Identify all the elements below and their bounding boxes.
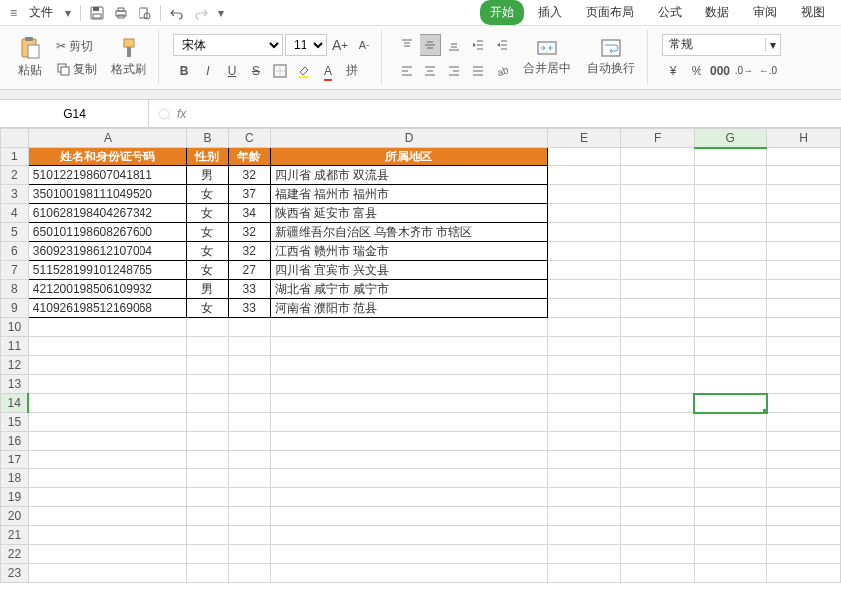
cell-F20[interactable] <box>621 507 695 526</box>
cell-A7[interactable]: 511528199101248765 <box>28 261 186 280</box>
cell-E1[interactable] <box>547 148 621 166</box>
cell-H21[interactable] <box>767 526 841 545</box>
formula-input[interactable] <box>192 106 833 121</box>
cell-H13[interactable] <box>767 375 841 394</box>
cell-C12[interactable] <box>228 356 270 375</box>
cell-A4[interactable]: 610628198404267342 <box>28 204 186 223</box>
cell-D14[interactable] <box>270 394 547 413</box>
cell-C4[interactable]: 34 <box>228 204 270 223</box>
cell-F6[interactable] <box>621 242 695 261</box>
row-header-18[interactable]: 18 <box>1 469 29 488</box>
row-header-3[interactable]: 3 <box>1 185 29 204</box>
cell-E19[interactable] <box>547 488 621 507</box>
cell-G20[interactable] <box>694 507 767 526</box>
align-center-icon[interactable] <box>420 60 441 82</box>
print-icon[interactable] <box>110 3 132 23</box>
row-header-8[interactable]: 8 <box>1 280 29 299</box>
cell-D4[interactable]: 陕西省 延安市 富县 <box>270 204 547 223</box>
chevron-down-icon[interactable]: ▾ <box>765 38 780 52</box>
cell-B13[interactable] <box>187 375 229 394</box>
cell-H14[interactable] <box>767 394 841 413</box>
bold-button[interactable]: B <box>173 60 195 82</box>
font-name-select[interactable]: 宋体 <box>173 34 283 56</box>
align-top-icon[interactable] <box>396 34 418 56</box>
cell-E16[interactable] <box>547 432 621 451</box>
cell-D5[interactable]: 新疆维吾尔自治区 乌鲁木齐市 市辖区 <box>270 223 547 242</box>
cell-F2[interactable] <box>621 166 695 185</box>
cell-A16[interactable] <box>28 432 186 451</box>
cell-B18[interactable] <box>187 469 229 488</box>
cell-A17[interactable] <box>28 451 186 469</box>
cell-C6[interactable]: 32 <box>228 242 270 261</box>
cell-F8[interactable] <box>621 280 695 299</box>
cell-B14[interactable] <box>187 394 229 413</box>
row-header-10[interactable]: 10 <box>1 318 29 337</box>
cell-F4[interactable] <box>621 204 695 223</box>
cell-E6[interactable] <box>547 242 621 261</box>
cell-D7[interactable]: 四川省 宜宾市 兴文县 <box>270 261 547 280</box>
row-header-4[interactable]: 4 <box>1 204 29 223</box>
cell-C11[interactable] <box>228 337 270 356</box>
cell-B22[interactable] <box>187 545 229 564</box>
cell-B11[interactable] <box>187 337 229 356</box>
col-header-F[interactable]: F <box>621 129 695 148</box>
cell-C2[interactable]: 32 <box>228 166 270 185</box>
phonetic-button[interactable]: 拼 <box>341 60 363 82</box>
cell-D19[interactable] <box>270 488 547 507</box>
cell-A9[interactable]: 410926198512169068 <box>28 299 186 318</box>
cell-G10[interactable] <box>694 318 767 337</box>
cell-H17[interactable] <box>767 451 841 469</box>
menu-icon[interactable]: ≡ <box>6 3 21 23</box>
cell-G23[interactable] <box>694 564 767 583</box>
cell-E7[interactable] <box>547 261 621 280</box>
cell-A22[interactable] <box>28 545 186 564</box>
cell-C8[interactable]: 33 <box>228 280 270 299</box>
cancel-formula-icon[interactable] <box>157 107 171 121</box>
cell-B23[interactable] <box>187 564 229 583</box>
col-header-E[interactable]: E <box>547 129 621 148</box>
cell-B4[interactable]: 女 <box>187 204 229 223</box>
cell-A15[interactable] <box>28 413 186 432</box>
decrease-font-icon[interactable]: A- <box>353 34 375 56</box>
col-header-C[interactable]: C <box>228 129 270 148</box>
row-header-2[interactable]: 2 <box>1 166 29 185</box>
cell-H10[interactable] <box>767 318 841 337</box>
cell-B12[interactable] <box>187 356 229 375</box>
file-menu[interactable]: 文件 <box>23 1 59 24</box>
cell-A19[interactable] <box>28 488 186 507</box>
cell-F3[interactable] <box>621 185 695 204</box>
cell-A6[interactable]: 360923198612107004 <box>28 242 186 261</box>
cell-B20[interactable] <box>187 507 229 526</box>
cell-B19[interactable] <box>187 488 229 507</box>
cell-H2[interactable] <box>767 166 841 185</box>
ribbon-tab-1[interactable]: 插入 <box>528 0 572 25</box>
row-header-22[interactable]: 22 <box>1 545 29 564</box>
cell-B15[interactable] <box>187 413 229 432</box>
cell-E5[interactable] <box>547 223 621 242</box>
cell-G7[interactable] <box>694 261 767 280</box>
ribbon-tab-6[interactable]: 视图 <box>791 0 835 25</box>
cell-F12[interactable] <box>621 356 695 375</box>
cell-D16[interactable] <box>270 432 547 451</box>
decrease-decimal-button[interactable]: ←.0 <box>757 60 779 82</box>
row-header-9[interactable]: 9 <box>1 299 29 318</box>
cell-G22[interactable] <box>694 545 767 564</box>
cell-C23[interactable] <box>228 564 270 583</box>
cell-D10[interactable] <box>270 318 547 337</box>
cell-E2[interactable] <box>547 166 621 185</box>
cell-A23[interactable] <box>28 564 186 583</box>
cell-A18[interactable] <box>28 469 186 488</box>
cell-G16[interactable] <box>694 432 767 451</box>
col-header-D[interactable]: D <box>270 129 547 148</box>
cell-C5[interactable]: 32 <box>228 223 270 242</box>
cell-F19[interactable] <box>621 488 695 507</box>
row-header-20[interactable]: 20 <box>1 507 29 526</box>
cell-D12[interactable] <box>270 356 547 375</box>
undo-icon[interactable] <box>166 3 188 23</box>
cell-A10[interactable] <box>28 318 186 337</box>
percent-button[interactable]: % <box>686 60 707 82</box>
cell-E21[interactable] <box>547 526 621 545</box>
cell-B8[interactable]: 男 <box>187 280 229 299</box>
cell-D3[interactable]: 福建省 福州市 福州市 <box>270 185 547 204</box>
cell-C15[interactable] <box>228 413 270 432</box>
